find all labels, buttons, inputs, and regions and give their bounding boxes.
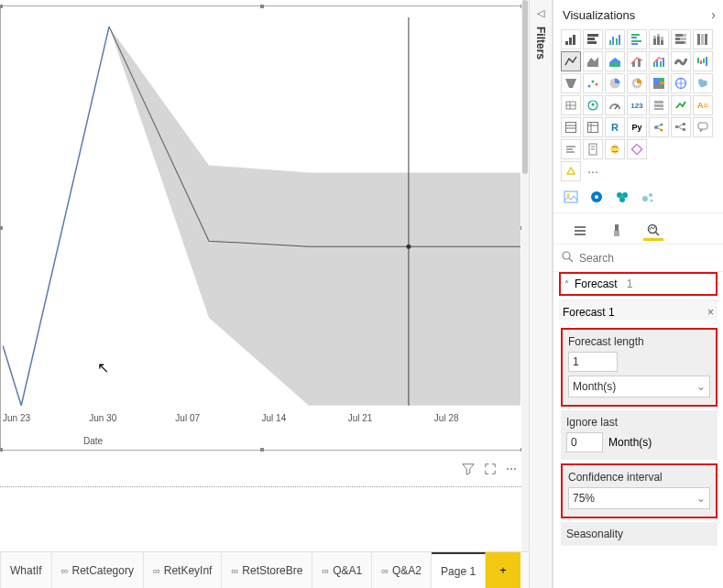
stacked-column-100-icon[interactable] [671,29,691,49]
scrollbar-thumb[interactable] [522,0,528,174]
slicer-icon[interactable]: A≡ [693,95,713,115]
chevron-right-icon[interactable]: › [711,7,716,22]
format-tab-icon[interactable] [607,221,627,241]
qa-visual-icon[interactable] [693,117,713,137]
tab-page1[interactable]: Page 1 [432,552,486,588]
filled-map-icon[interactable] [693,73,713,93]
resize-handle[interactable] [0,448,3,452]
focus-mode-icon[interactable] [484,463,497,478]
pane-tabs [553,213,723,245]
smart-narrative-icon[interactable] [561,139,581,159]
get-more-visuals-icon[interactable] [561,161,581,181]
tab-label: Page 1 [441,565,476,578]
forecast-instance-card[interactable]: Forecast 1 × [559,299,718,321]
line-chart-icon[interactable] [561,51,581,71]
tab-qa2[interactable]: ∞Q&A2 [372,552,432,588]
scatter-icon[interactable] [583,73,603,93]
resize-handle[interactable] [260,448,264,452]
svg-rect-26 [697,34,700,45]
clustered-blobs-icon[interactable] [614,189,630,205]
chevron-left-icon[interactable]: ◁ [537,7,544,19]
svg-rect-2 [573,35,575,45]
power-apps-icon[interactable] [627,139,647,159]
search-input[interactable] [579,252,717,265]
svg-rect-17 [657,34,660,37]
decomposition-tree-icon[interactable] [671,117,691,137]
100-stacked-icon[interactable] [693,29,713,49]
svg-rect-85 [564,191,577,202]
ignore-last-input[interactable] [566,432,603,452]
x-tick: Jul 07 [175,413,261,433]
key-influencers-icon[interactable] [649,117,669,137]
clustered-bar-icon[interactable] [605,29,625,49]
svg-point-90 [622,192,628,198]
spacer [671,139,691,159]
waterfall-icon[interactable] [693,51,713,71]
resize-handle[interactable] [260,5,264,8]
paginated-report-icon[interactable] [583,139,603,159]
chart-visual-frame[interactable]: Jun 23 Jun 30 Jul 07 Jul 14 Jul 21 Jul 2… [0,5,523,451]
tab-retcategory[interactable]: ∞RetCategory [52,552,144,588]
tab-whatif[interactable]: WhatIf [0,552,52,588]
r-visual-icon[interactable]: R [605,117,625,137]
area-chart-icon[interactable] [583,51,603,71]
matrix-icon[interactable] [583,117,603,137]
stacked-bar-icon[interactable] [561,29,581,49]
multi-row-card-icon[interactable] [649,95,669,115]
kpi-icon[interactable] [671,95,691,115]
donut-icon[interactable] [627,73,647,93]
add-page-button[interactable]: + [486,552,520,588]
line-stacked-column-icon[interactable] [627,51,647,71]
canvas-boundary [0,486,521,487]
resize-handle[interactable] [0,5,3,8]
gauge-icon[interactable] [605,95,625,115]
azure-map-icon[interactable] [583,95,603,115]
python-visual-icon[interactable]: Py [627,117,647,137]
bubbles-icon[interactable] [640,189,656,205]
select-value: 75% [573,492,595,505]
card-icon[interactable]: 123 [627,95,647,115]
ribbon-chart-icon[interactable] [671,51,691,71]
treemap-icon[interactable] [649,73,669,93]
funnel-icon[interactable] [561,73,581,93]
filters-pane-collapsed[interactable]: ◁ Filters [529,0,553,588]
svg-rect-95 [575,226,586,228]
arcgis-map-icon[interactable] [605,139,625,159]
analytics-tab-icon[interactable] [643,221,663,241]
image-visual-icon[interactable] [563,189,579,205]
shape-map-icon[interactable] [561,95,581,115]
more-visuals-icon[interactable]: ··· [583,161,603,181]
filter-icon[interactable] [462,463,475,478]
svg-rect-39 [700,60,702,64]
clustered-column-icon[interactable] [627,29,647,49]
stacked-bar-100-icon[interactable] [649,29,669,49]
map-icon[interactable] [671,73,691,93]
svg-line-56 [615,105,618,109]
forecast-marker [406,245,411,249]
svg-rect-18 [661,40,663,45]
tab-retkeyinf[interactable]: ∞RetKeyInf [144,552,223,588]
table-icon[interactable] [561,117,581,137]
more-options-icon[interactable]: ⋯ [506,463,518,478]
line-clustered-column-icon[interactable] [649,51,669,71]
forecast-section-header[interactable]: ˄ Forecast 1 [559,272,718,296]
stacked-area-icon[interactable] [605,51,625,71]
svg-rect-71 [675,125,678,128]
stacked-column-icon[interactable] [583,29,603,49]
svg-rect-98 [615,224,619,231]
pie-icon[interactable] [605,73,625,93]
select-value: Month(s) [573,380,616,393]
globe-data-icon[interactable] [588,189,605,205]
x-tick: Jul 14 [262,413,348,433]
tab-retstorebre[interactable]: ∞RetStoreBre [222,552,312,588]
vertical-scrollbar[interactable] [521,0,529,588]
confidence-select[interactable]: 75% ⌄ [568,487,710,509]
close-icon[interactable]: × [707,306,714,319]
forecast-length-unit-select[interactable]: Month(s) ⌄ [568,376,710,397]
tab-qa1[interactable]: ∞Q&A1 [312,552,372,588]
svg-rect-36 [660,61,662,67]
svg-rect-9 [619,35,620,45]
chevron-down-icon: ⌄ [696,380,706,393]
fields-tab-icon[interactable] [570,221,590,241]
forecast-length-input[interactable] [568,352,618,372]
